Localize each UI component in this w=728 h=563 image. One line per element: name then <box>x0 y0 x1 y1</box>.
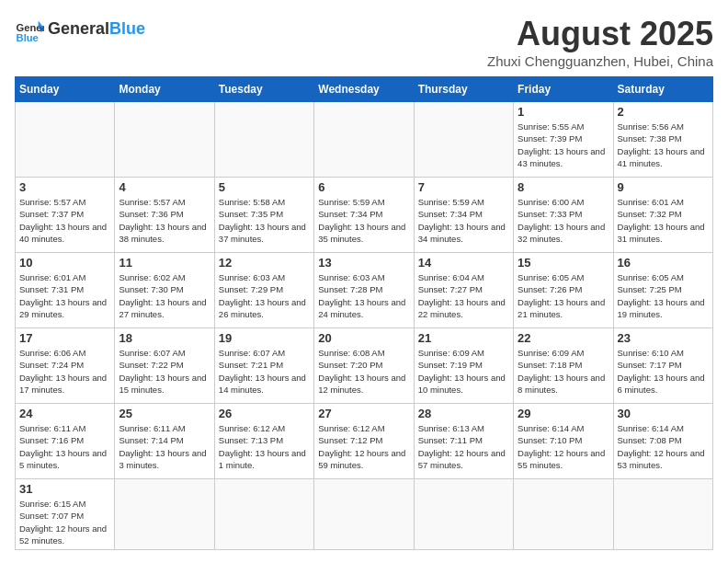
day-number: 5 <box>219 180 310 194</box>
day-number: 30 <box>618 407 709 420</box>
day-info: Sunrise: 6:04 AM Sunset: 7:27 PM Dayligh… <box>418 271 509 320</box>
day-number: 4 <box>119 180 210 194</box>
day-info: Sunrise: 6:05 AM Sunset: 7:25 PM Dayligh… <box>618 271 709 320</box>
day-number: 18 <box>119 331 210 345</box>
calendar-cell <box>414 479 513 550</box>
week-row-2: 3Sunrise: 5:57 AM Sunset: 7:37 PM Daylig… <box>16 178 713 253</box>
day-info: Sunrise: 6:03 AM Sunset: 7:28 PM Dayligh… <box>318 271 409 320</box>
calendar-cell: 8Sunrise: 6:00 AM Sunset: 7:33 PM Daylig… <box>514 178 613 253</box>
calendar-cell: 9Sunrise: 6:01 AM Sunset: 7:32 PM Daylig… <box>613 178 712 253</box>
day-number: 8 <box>518 180 609 194</box>
calendar-cell: 16Sunrise: 6:05 AM Sunset: 7:25 PM Dayli… <box>613 253 712 328</box>
calendar-cell: 12Sunrise: 6:03 AM Sunset: 7:29 PM Dayli… <box>214 253 313 328</box>
day-number: 19 <box>219 331 310 345</box>
logo: General Blue GeneralBlue <box>15 15 145 44</box>
calendar-cell: 25Sunrise: 6:11 AM Sunset: 7:14 PM Dayli… <box>115 404 214 479</box>
day-number: 21 <box>418 331 509 345</box>
calendar-cell: 21Sunrise: 6:09 AM Sunset: 7:19 PM Dayli… <box>414 328 513 404</box>
day-info: Sunrise: 6:03 AM Sunset: 7:29 PM Dayligh… <box>219 271 310 320</box>
calendar-cell: 31Sunrise: 6:15 AM Sunset: 7:07 PM Dayli… <box>16 479 115 550</box>
day-info: Sunrise: 6:12 AM Sunset: 7:12 PM Dayligh… <box>318 422 409 471</box>
day-info: Sunrise: 6:09 AM Sunset: 7:18 PM Dayligh… <box>518 347 609 396</box>
day-info: Sunrise: 6:14 AM Sunset: 7:10 PM Dayligh… <box>518 422 609 471</box>
calendar-cell <box>414 102 513 178</box>
day-number: 2 <box>618 105 709 119</box>
svg-text:Blue: Blue <box>17 32 39 43</box>
day-info: Sunrise: 5:57 AM Sunset: 7:37 PM Dayligh… <box>19 196 110 245</box>
calendar-title: August 2025 <box>487 15 713 53</box>
calendar-cell: 2Sunrise: 5:56 AM Sunset: 7:38 PM Daylig… <box>613 102 712 178</box>
day-number: 23 <box>618 331 709 345</box>
calendar-cell: 11Sunrise: 6:02 AM Sunset: 7:30 PM Dayli… <box>115 253 214 328</box>
day-number: 10 <box>19 256 110 270</box>
day-info: Sunrise: 6:12 AM Sunset: 7:13 PM Dayligh… <box>219 422 310 471</box>
day-info: Sunrise: 6:06 AM Sunset: 7:24 PM Dayligh… <box>19 347 110 396</box>
logo-icon: General Blue <box>15 15 44 44</box>
calendar-cell: 17Sunrise: 6:06 AM Sunset: 7:24 PM Dayli… <box>16 328 115 404</box>
calendar-cell <box>314 102 414 178</box>
title-area: August 2025 Zhuxi Chengguanzhen, Hubei, … <box>487 15 713 69</box>
calendar-cell: 6Sunrise: 5:59 AM Sunset: 7:34 PM Daylig… <box>314 178 414 253</box>
day-info: Sunrise: 6:11 AM Sunset: 7:14 PM Dayligh… <box>119 422 210 471</box>
day-number: 31 <box>19 482 110 496</box>
day-info: Sunrise: 5:55 AM Sunset: 7:39 PM Dayligh… <box>518 121 609 169</box>
calendar-cell: 3Sunrise: 5:57 AM Sunset: 7:37 PM Daylig… <box>16 178 115 253</box>
day-number: 6 <box>318 180 409 194</box>
calendar-table: SundayMondayTuesdayWednesdayThursdayFrid… <box>15 76 713 550</box>
day-info: Sunrise: 6:08 AM Sunset: 7:20 PM Dayligh… <box>318 347 409 396</box>
day-info: Sunrise: 6:14 AM Sunset: 7:08 PM Dayligh… <box>618 422 709 471</box>
day-info: Sunrise: 5:57 AM Sunset: 7:36 PM Dayligh… <box>119 196 210 245</box>
weekday-header-tuesday: Tuesday <box>214 77 313 102</box>
calendar-cell: 20Sunrise: 6:08 AM Sunset: 7:20 PM Dayli… <box>314 328 414 404</box>
day-info: Sunrise: 6:01 AM Sunset: 7:31 PM Dayligh… <box>19 271 110 320</box>
day-number: 27 <box>318 407 409 420</box>
header: General Blue GeneralBlue August 2025 Zhu… <box>15 15 713 69</box>
day-info: Sunrise: 6:09 AM Sunset: 7:19 PM Dayligh… <box>418 347 509 396</box>
day-info: Sunrise: 6:00 AM Sunset: 7:33 PM Dayligh… <box>518 196 609 245</box>
calendar-cell: 1Sunrise: 5:55 AM Sunset: 7:39 PM Daylig… <box>514 102 613 178</box>
week-row-6: 31Sunrise: 6:15 AM Sunset: 7:07 PM Dayli… <box>16 479 713 550</box>
calendar-cell <box>16 102 115 178</box>
weekday-header-thursday: Thursday <box>414 77 513 102</box>
calendar-cell: 14Sunrise: 6:04 AM Sunset: 7:27 PM Dayli… <box>414 253 513 328</box>
day-number: 17 <box>19 331 110 345</box>
day-number: 26 <box>219 407 310 420</box>
calendar-cell: 27Sunrise: 6:12 AM Sunset: 7:12 PM Dayli… <box>314 404 414 479</box>
calendar-cell <box>115 479 214 550</box>
calendar-cell: 30Sunrise: 6:14 AM Sunset: 7:08 PM Dayli… <box>613 404 712 479</box>
calendar-cell: 24Sunrise: 6:11 AM Sunset: 7:16 PM Dayli… <box>16 404 115 479</box>
calendar-cell: 19Sunrise: 6:07 AM Sunset: 7:21 PM Dayli… <box>214 328 313 404</box>
calendar-cell: 13Sunrise: 6:03 AM Sunset: 7:28 PM Dayli… <box>314 253 414 328</box>
day-info: Sunrise: 6:10 AM Sunset: 7:17 PM Dayligh… <box>618 347 709 396</box>
day-info: Sunrise: 5:56 AM Sunset: 7:38 PM Dayligh… <box>618 121 709 169</box>
calendar-cell <box>214 479 313 550</box>
day-info: Sunrise: 6:05 AM Sunset: 7:26 PM Dayligh… <box>518 271 609 320</box>
weekday-header-monday: Monday <box>115 77 214 102</box>
day-info: Sunrise: 6:07 AM Sunset: 7:21 PM Dayligh… <box>219 347 310 396</box>
calendar-cell <box>613 479 712 550</box>
day-number: 1 <box>518 105 609 119</box>
calendar-cell: 22Sunrise: 6:09 AM Sunset: 7:18 PM Dayli… <box>514 328 613 404</box>
day-number: 15 <box>518 256 609 270</box>
calendar-subtitle: Zhuxi Chengguanzhen, Hubei, China <box>487 53 713 69</box>
day-number: 7 <box>418 180 509 194</box>
day-info: Sunrise: 5:59 AM Sunset: 7:34 PM Dayligh… <box>318 196 409 245</box>
day-number: 12 <box>219 256 310 270</box>
calendar-cell: 10Sunrise: 6:01 AM Sunset: 7:31 PM Dayli… <box>16 253 115 328</box>
logo-text: GeneralBlue <box>48 20 145 39</box>
calendar-cell: 7Sunrise: 5:59 AM Sunset: 7:34 PM Daylig… <box>414 178 513 253</box>
week-row-3: 10Sunrise: 6:01 AM Sunset: 7:31 PM Dayli… <box>16 253 713 328</box>
day-number: 14 <box>418 256 509 270</box>
day-number: 3 <box>19 180 110 194</box>
weekday-header-friday: Friday <box>514 77 613 102</box>
calendar-cell: 5Sunrise: 5:58 AM Sunset: 7:35 PM Daylig… <box>214 178 313 253</box>
weekday-header-saturday: Saturday <box>613 77 712 102</box>
weekday-header-row: SundayMondayTuesdayWednesdayThursdayFrid… <box>16 77 713 102</box>
calendar-cell: 29Sunrise: 6:14 AM Sunset: 7:10 PM Dayli… <box>514 404 613 479</box>
calendar-cell: 18Sunrise: 6:07 AM Sunset: 7:22 PM Dayli… <box>115 328 214 404</box>
calendar-cell: 28Sunrise: 6:13 AM Sunset: 7:11 PM Dayli… <box>414 404 513 479</box>
day-info: Sunrise: 6:11 AM Sunset: 7:16 PM Dayligh… <box>19 422 110 471</box>
calendar-cell: 23Sunrise: 6:10 AM Sunset: 7:17 PM Dayli… <box>613 328 712 404</box>
day-number: 29 <box>518 407 609 420</box>
day-number: 24 <box>19 407 110 420</box>
